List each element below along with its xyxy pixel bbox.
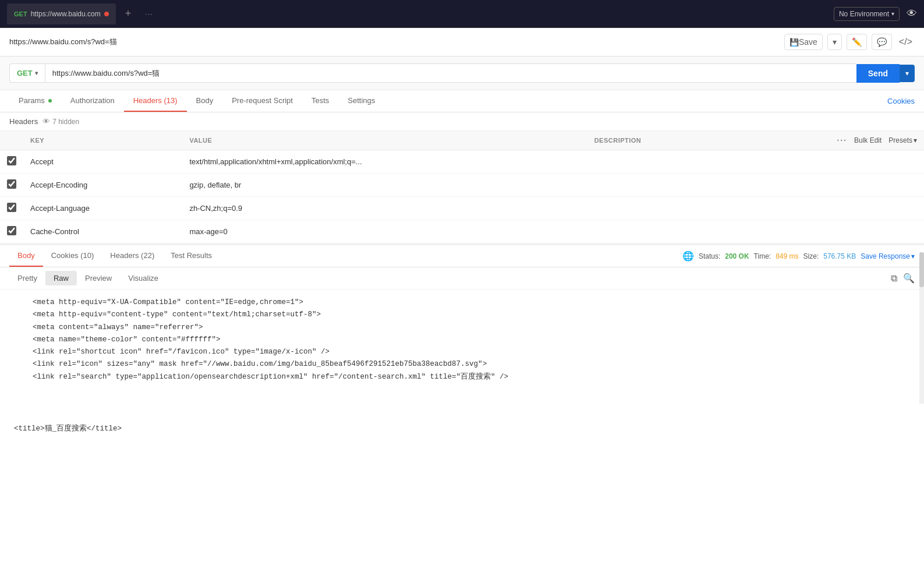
resp-tab-headers[interactable]: Headers (22) (102, 245, 162, 267)
code-content: <meta http-equiv="content-type" content=… (33, 309, 321, 321)
row-key: Accept-Language (23, 197, 182, 220)
tab-body[interactable]: Body (187, 90, 223, 112)
row-actions (720, 220, 924, 243)
resp-tab-test-results[interactable]: Test Results (162, 245, 220, 267)
row-checkbox[interactable] (7, 156, 16, 165)
row-actions (720, 174, 924, 197)
eye-icon: 👁 (43, 117, 50, 126)
code-content: <link rel="search" type="application/ope… (33, 371, 508, 383)
tab-headers[interactable]: Headers (13) (124, 90, 187, 112)
row-key: Cache-Control (23, 220, 182, 243)
row-key: Accept-Encoding (23, 174, 182, 197)
code-content: <meta content="always" name="referrer"> (33, 322, 203, 334)
request-tabs-nav: Params Authorization Headers (13) Body P… (0, 90, 924, 112)
bulk-edit-button[interactable]: Bulk Edit (854, 136, 881, 144)
row-description (587, 174, 720, 197)
view-tab-raw[interactable]: Raw (45, 271, 77, 285)
edit-icon-button[interactable]: ✏️ (847, 34, 867, 50)
line-number (14, 346, 33, 358)
code-line: <meta http-equiv="content-type" content=… (14, 309, 910, 321)
code-area[interactable]: <meta http-equiv="X-UA-Compatible" conte… (0, 290, 924, 418)
cookies-link[interactable]: Cookies (887, 91, 915, 111)
add-tab-button[interactable]: + (121, 5, 136, 22)
code-button[interactable]: </> (897, 34, 915, 50)
response-tabs-bar: Body Cookies (10) Headers (22) Test Resu… (0, 245, 924, 267)
row-value: max-age=0 (182, 220, 587, 243)
dropdown-save-button[interactable]: ▾ (827, 34, 842, 50)
response-status-bar: 🌐 Status: 200 OK Time: 849 ms Size: 576.… (682, 250, 915, 262)
code-line: <meta name="theme-color" content="#fffff… (14, 334, 910, 346)
view-tab-pretty[interactable]: Pretty (9, 271, 45, 285)
row-checkbox[interactable] (7, 203, 16, 212)
request-tab[interactable]: GET https://www.baidu.com (7, 3, 116, 24)
row-key: Accept (23, 150, 182, 174)
tab-tests[interactable]: Tests (302, 90, 338, 112)
code-line: <link rel="search" type="application/ope… (14, 371, 910, 383)
tab-authorization[interactable]: Authorization (61, 90, 124, 112)
time-label: Time: (754, 252, 771, 260)
headers-table: KEY VALUE DESCRIPTION ··· Bulk Edit Pres… (0, 131, 924, 243)
table-row: Accept text/html,application/xhtml+xml,a… (0, 150, 924, 174)
resp-tab-cookies[interactable]: Cookies (10) (43, 245, 102, 267)
tab-settings[interactable]: Settings (338, 90, 384, 112)
code-line: <meta content="always" name="referrer"> (14, 322, 910, 334)
url-input[interactable] (45, 63, 856, 83)
row-checkbox-cell (0, 174, 23, 197)
code-line: <meta http-equiv="X-UA-Compatible" conte… (14, 296, 910, 309)
row-checkbox[interactable] (7, 226, 16, 235)
code-content: <link rel="shortcut icon" href="/favicon… (33, 346, 330, 358)
table-row: Accept-Encoding gzip, deflate, br (0, 174, 924, 197)
chevron-down-icon: ▾ (833, 37, 837, 47)
save-response-button[interactable]: Save Response ▾ (861, 252, 915, 260)
size-label: Size: (803, 252, 819, 260)
title-line: <title>猫_百度搜索</title> (0, 421, 924, 436)
code-line: <link rel="icon" sizes="any" mask href="… (14, 358, 910, 370)
top-bar: GET https://www.baidu.com + ··· No Envir… (0, 0, 924, 28)
row-checkbox-cell (0, 150, 23, 174)
save-icon: 💾 (790, 38, 799, 47)
tab-url: https://www.baidu.com (31, 10, 101, 18)
status-value: 200 OK (725, 252, 749, 260)
headers-section-title: Headers (9, 117, 38, 126)
view-tab-preview[interactable]: Preview (77, 271, 120, 285)
tab-prerequest[interactable]: Pre-request Script (222, 90, 302, 112)
presets-button[interactable]: Presets ▾ (888, 136, 917, 144)
resp-tab-body[interactable]: Body (9, 245, 43, 267)
headers-scrollbar[interactable] (919, 252, 924, 404)
tab-params[interactable]: Params (9, 90, 61, 112)
method-selector[interactable]: GET ▾ (9, 63, 45, 83)
tab-method: GET (14, 10, 27, 17)
more-options-icon[interactable]: ··· (837, 136, 847, 145)
table-row: Accept-Language zh-CN,zh;q=0.9 (0, 197, 924, 220)
row-actions (720, 150, 924, 174)
presets-chevron-icon: ▾ (914, 136, 917, 144)
top-bar-right: No Environment ▾ 👁 (834, 7, 917, 21)
chevron-down-icon: ▾ (891, 10, 894, 17)
tab-tests-label: Tests (311, 96, 329, 105)
headers-title-bar: Headers 👁 7 hidden (0, 112, 924, 131)
row-checkbox-cell (0, 220, 23, 243)
environment-selector[interactable]: No Environment ▾ (834, 7, 900, 21)
params-active-dot (48, 99, 52, 103)
time-value: 849 ms (776, 252, 798, 260)
send-dropdown-button[interactable]: ▾ (900, 65, 915, 82)
search-button[interactable]: 🔍 (903, 273, 915, 284)
code-line: <link rel="shortcut icon" href="/favicon… (14, 346, 910, 358)
request-bar: https://www.baidu.com/s?wd=猫 💾 Save ▾ ✏️… (0, 28, 924, 57)
more-tabs-button[interactable]: ··· (140, 7, 158, 20)
copy-button[interactable]: ⧉ (891, 273, 897, 284)
line-number (14, 322, 33, 334)
line-number (14, 309, 33, 321)
line-number (14, 296, 33, 309)
row-checkbox[interactable] (7, 179, 16, 189)
row-description (587, 220, 720, 243)
tab-settings-label: Settings (348, 96, 375, 105)
send-button[interactable]: Send (856, 64, 900, 83)
tab-body-label: Body (196, 96, 214, 105)
headers-section: Headers 👁 7 hidden KEY VALUE DESCRIPTION (0, 112, 924, 243)
eye-icon[interactable]: 👁 (907, 8, 917, 20)
view-tab-visualize[interactable]: Visualize (120, 271, 167, 285)
comment-icon-button[interactable]: 💬 (872, 34, 892, 50)
code-content: <meta http-equiv="X-UA-Compatible" conte… (33, 296, 303, 309)
save-button[interactable]: 💾 Save (784, 34, 823, 50)
